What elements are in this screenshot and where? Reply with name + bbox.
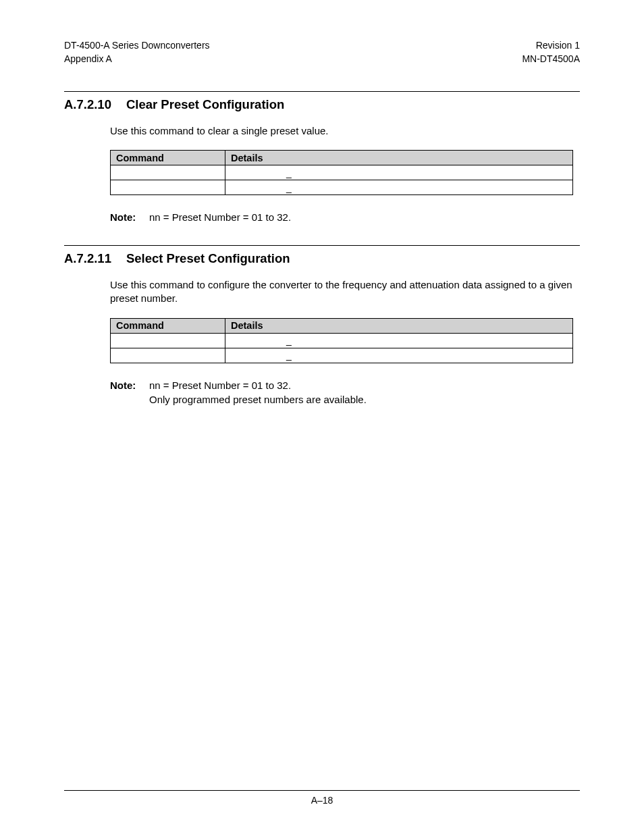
revision-label: Revision 1 [522, 39, 580, 53]
section-rule [64, 91, 580, 92]
table-row: _ [111, 333, 573, 348]
cell-command [111, 165, 225, 180]
note-line: nn = Preset Number = 01 to 32. [149, 378, 573, 393]
cell-details: _ [225, 333, 573, 348]
table-header-row: Command Details [111, 318, 573, 333]
section-heading-clear-preset: A.7.2.10Clear Preset Configuration [64, 97, 580, 112]
section-body-clear-preset: Use this command to clear a single prese… [64, 124, 580, 225]
section-title: Select Preset Configuration [126, 251, 290, 265]
section-title: Clear Preset Configuration [126, 97, 284, 111]
table-header-row: Command Details [111, 151, 573, 165]
note-block: Note: nn = Preset Number = 01 to 32. [110, 210, 573, 225]
note-label: Note: [110, 210, 149, 225]
command-table: Command Details _ _ [110, 318, 573, 363]
cell-details: _ [225, 348, 573, 363]
section-number: A.7.2.11 [64, 251, 111, 266]
intro-text: Use this command to configure the conver… [110, 278, 573, 306]
note-line: nn = Preset Number = 01 to 32. [149, 210, 573, 225]
section-body-select-preset: Use this command to configure the conver… [64, 278, 580, 407]
footer-rule [64, 790, 580, 791]
header-right: Revision 1 MN-DT4500A [522, 39, 580, 66]
table-row: _ [111, 348, 573, 363]
note-block: Note: nn = Preset Number = 01 to 32. Onl… [110, 378, 573, 408]
cell-details: _ [225, 180, 573, 195]
doc-code: MN-DT4500A [522, 53, 580, 66]
section-rule [64, 245, 580, 246]
page-number: A–18 [311, 795, 333, 806]
header-details: Details [225, 151, 573, 165]
note-line: Only programmed preset numbers are avail… [149, 392, 573, 407]
section-heading-select-preset: A.7.2.11Select Preset Configuration [64, 251, 580, 266]
header-left: DT-4500-A Series Downconverters Appendix… [64, 39, 210, 66]
cell-command [111, 180, 225, 195]
header-command: Command [111, 318, 225, 333]
page-footer: A–18 [64, 790, 580, 806]
cell-details: _ [225, 165, 573, 180]
table-row: _ [111, 165, 573, 180]
header-command: Command [111, 151, 225, 165]
table-row: _ [111, 180, 573, 195]
header-details: Details [225, 318, 573, 333]
note-body: nn = Preset Number = 01 to 32. [149, 210, 573, 225]
cell-command [111, 333, 225, 348]
page-header: DT-4500-A Series Downconverters Appendix… [64, 39, 580, 66]
note-label: Note: [110, 378, 149, 408]
cell-command [111, 348, 225, 363]
section-number: A.7.2.10 [64, 97, 111, 112]
intro-text: Use this command to clear a single prese… [110, 124, 573, 138]
doc-title: DT-4500-A Series Downconverters [64, 39, 210, 53]
appendix-label: Appendix A [64, 53, 210, 66]
note-body: nn = Preset Number = 01 to 32. Only prog… [149, 378, 573, 408]
command-table: Command Details _ _ [110, 150, 573, 195]
